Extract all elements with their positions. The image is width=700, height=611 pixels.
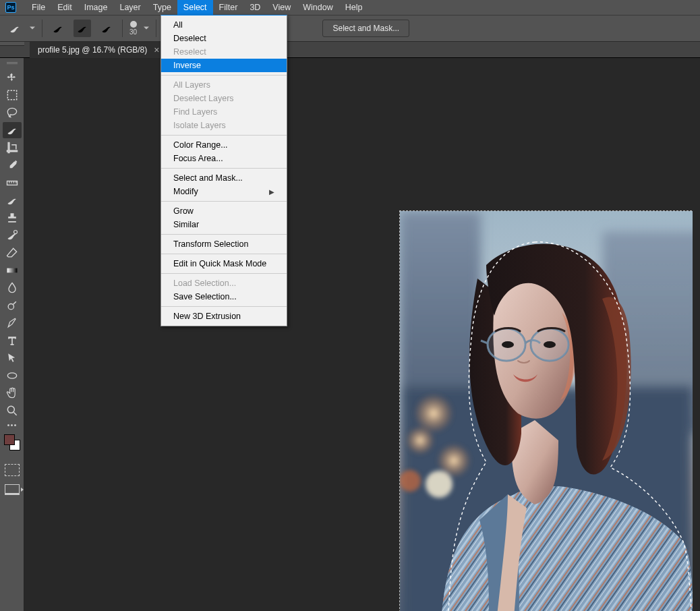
screen-mode-icon[interactable] [5, 484, 20, 495]
menu-separator [161, 234, 287, 235]
tools-grip[interactable] [7, 62, 18, 64]
document-canvas[interactable] [399, 210, 692, 611]
brush-size-value: 30 [129, 29, 137, 36]
menu-separator [161, 273, 287, 274]
menu-type[interactable]: Type [147, 0, 177, 15]
document-tab[interactable]: profile 5.jpg @ 16.7% (RGB/8) × [30, 42, 167, 58]
menu-window[interactable]: Window [297, 0, 339, 15]
crop-tool[interactable] [3, 140, 22, 156]
svg-point-26 [544, 341, 556, 348]
menu-item-load-selection: Load Selection... [161, 277, 287, 290]
menu-item-transform-selection[interactable]: Transform Selection [161, 237, 287, 251]
select-and-mask-button[interactable]: Select and Mask... [322, 20, 409, 37]
canvas-image [400, 211, 693, 611]
tools-panel [0, 58, 24, 611]
svg-point-5 [7, 373, 16, 378]
zoom-tool[interactable] [3, 403, 22, 419]
menu-edit[interactable]: Edit [51, 0, 78, 15]
menu-separator [161, 75, 287, 76]
menu-item-reselect: Reselect [161, 45, 287, 59]
quick-mask-icon[interactable] [5, 464, 20, 476]
menu-item-similar[interactable]: Similar [161, 218, 287, 231]
menu-separator [161, 306, 287, 307]
move-tool[interactable] [3, 69, 22, 86]
menu-separator [161, 168, 287, 169]
panel-grip[interactable] [0, 42, 24, 46]
app-logo-icon: Ps [5, 2, 16, 13]
history-brush-tool[interactable] [3, 227, 22, 243]
menu-layer[interactable]: Layer [113, 0, 146, 15]
menu-item-deselect-layers: Deselect Layers [161, 92, 287, 105]
path-select-tool[interactable] [3, 350, 22, 366]
options-bar: 30 S Select and Mask... [0, 15, 700, 42]
svg-point-17 [405, 426, 435, 455]
menu-item-focus-area[interactable]: Focus Area... [161, 152, 287, 165]
eraser-tool[interactable] [3, 245, 22, 261]
pen-tool[interactable] [3, 315, 22, 331]
type-tool[interactable] [3, 332, 22, 349]
menu-3d[interactable]: 3D [243, 0, 266, 15]
separator [156, 20, 156, 37]
svg-rect-3 [7, 268, 17, 273]
lasso-tool[interactable] [3, 105, 22, 121]
menu-select[interactable]: Select [177, 0, 213, 15]
edit-toolbar-icon[interactable] [7, 424, 16, 426]
quick-select-new-icon[interactable] [74, 20, 91, 37]
menu-item-select-and-mask[interactable]: Select and Mask... [161, 171, 287, 185]
workspace [24, 58, 700, 611]
menu-item-isolate-layers: Isolate Layers [161, 119, 287, 132]
blur-tool[interactable] [3, 280, 22, 296]
close-icon[interactable]: × [154, 45, 159, 55]
document-tabs: profile 5.jpg @ 16.7% (RGB/8) × [0, 42, 700, 58]
quick-select-add-icon[interactable] [49, 20, 67, 37]
tab-title: profile 5.jpg @ 16.7% (RGB/8) [38, 45, 147, 55]
svg-point-6 [7, 406, 14, 413]
menu-view[interactable]: View [266, 0, 297, 15]
brush-tool[interactable] [3, 192, 22, 208]
hand-tool[interactable] [3, 385, 22, 401]
stamp-tool[interactable] [3, 210, 22, 226]
brush-size-picker[interactable]: 30 [129, 21, 137, 36]
ellipse-tool[interactable] [3, 368, 22, 384]
menu-item-color-range[interactable]: Color Range... [161, 138, 287, 152]
svg-point-4 [8, 304, 13, 310]
ruler-tool[interactable] [3, 175, 22, 191]
menu-item-find-layers: Find Layers [161, 105, 287, 119]
svg-point-19 [426, 471, 453, 498]
menu-item-inverse[interactable]: Inverse [161, 59, 287, 72]
menu-help[interactable]: Help [339, 0, 369, 15]
menu-separator [161, 135, 287, 136]
dodge-tool[interactable] [3, 297, 22, 314]
menu-bar: Ps FileEditImageLayerTypeSelectFilter3DV… [0, 0, 700, 15]
separator [122, 20, 123, 37]
select-menu-dropdown: AllDeselectReselectInverseAll LayersDese… [161, 15, 287, 326]
chevron-down-icon[interactable] [144, 24, 149, 33]
separator [42, 20, 42, 37]
menu-filter[interactable]: Filter [213, 0, 244, 15]
eyedropper-tool[interactable] [3, 157, 22, 173]
menu-item-grow[interactable]: Grow [161, 204, 287, 218]
quick-select-subtract-icon[interactable] [98, 20, 115, 37]
menu-item-save-selection[interactable]: Save Selection... [161, 290, 287, 303]
menu-file[interactable]: File [26, 0, 51, 15]
chevron-down-icon[interactable] [30, 24, 35, 33]
menu-separator [161, 201, 287, 202]
menu-image[interactable]: Image [78, 0, 114, 15]
svg-point-25 [502, 341, 514, 348]
menu-item-deselect[interactable]: Deselect [161, 32, 287, 45]
gradient-tool[interactable] [3, 262, 22, 279]
svg-point-20 [400, 470, 421, 492]
menu-item-new-3d-extrusion[interactable]: New 3D Extrusion [161, 310, 287, 323]
menu-item-all[interactable]: All [161, 18, 287, 32]
menu-item-edit-in-quick-mask-mode[interactable]: Edit in Quick Mask Mode [161, 257, 287, 270]
svg-point-2 [13, 231, 17, 234]
quick-select-tool[interactable] [3, 122, 22, 138]
color-swatches[interactable] [3, 433, 22, 452]
tool-preset-picker[interactable] [7, 20, 23, 36]
menu-item-modify[interactable]: Modify▶ [161, 185, 287, 198]
marquee-tool[interactable] [3, 87, 22, 103]
menu-item-all-layers: All Layers [161, 78, 287, 92]
svg-rect-0 [7, 90, 16, 99]
brush-preview-icon [130, 21, 137, 28]
menu-separator [161, 254, 287, 254]
